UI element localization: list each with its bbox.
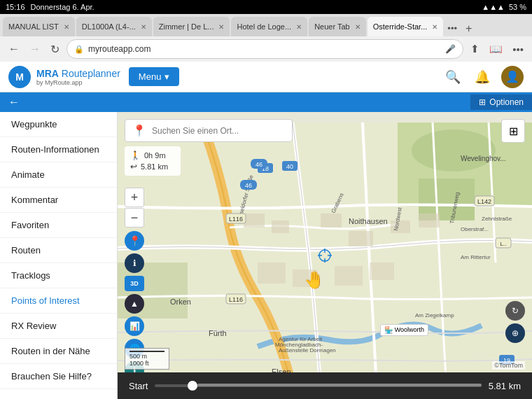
sidebar-item-routen-naehe[interactable]: Routen in der Nähe bbox=[0, 339, 117, 364]
tab-6-label: Osterride-Star... bbox=[373, 22, 428, 31]
share-button[interactable]: ⬆ bbox=[468, 41, 482, 57]
svg-rect-12 bbox=[293, 270, 317, 287]
sidebar-item-routen-informationen[interactable]: Routen-Informationen bbox=[0, 137, 117, 162]
slider-track bbox=[197, 384, 482, 386]
menu-chevron-icon: ▾ bbox=[164, 71, 169, 82]
navigate-up-button[interactable]: ▲ bbox=[125, 294, 144, 314]
browser-tab-6[interactable]: Osterride-Star... ✕ bbox=[368, 17, 444, 36]
options-icon: ⊞ bbox=[479, 97, 486, 107]
sidebar-item-hilfe[interactable]: Brauchen Sie Hilfe? bbox=[0, 364, 117, 389]
sidebar: Wegpunkte Routen-Informationen Animate K… bbox=[0, 112, 118, 399]
map-controls: 📍 🚶 0h 9m ↩ 5.81 km bbox=[125, 119, 525, 176]
forward-button[interactable]: → bbox=[27, 41, 43, 57]
woolworth-marker: 🏪 Woolworth bbox=[380, 324, 428, 336]
browser-tab-1[interactable]: MANUAL LIST ✕ bbox=[3, 17, 75, 36]
route-time: 0h 9m bbox=[144, 151, 166, 160]
svg-text:46: 46 bbox=[245, 182, 252, 189]
svg-rect-13 bbox=[335, 266, 363, 286]
browser-tabs: MANUAL LIST ✕ DL1000A (L4-... ✕ Zimmer |… bbox=[0, 14, 532, 36]
svg-rect-10 bbox=[419, 214, 440, 227]
avatar[interactable]: 👤 bbox=[501, 66, 524, 88]
tab-2-label: DL1000A (L4-... bbox=[82, 22, 136, 31]
three-dots: ••• bbox=[444, 20, 460, 36]
svg-rect-11 bbox=[258, 262, 286, 284]
sidebar-item-animate[interactable]: Animate bbox=[0, 162, 117, 188]
svg-rect-5 bbox=[244, 214, 265, 227]
tab-2-close[interactable]: ✕ bbox=[141, 23, 146, 31]
tab-3-label: Zimmer | De L... bbox=[159, 22, 214, 31]
new-tab-button[interactable]: + bbox=[461, 21, 476, 36]
tab-5-close[interactable]: ✕ bbox=[355, 23, 360, 31]
tab-3-close[interactable]: ✕ bbox=[218, 23, 224, 31]
route-slider[interactable] bbox=[155, 384, 481, 387]
scroll-up-button[interactable]: ↻ bbox=[505, 301, 525, 321]
threed-button[interactable]: 3D bbox=[125, 276, 144, 291]
blue-bar-back-button[interactable]: ← bbox=[0, 92, 28, 112]
route-slider-handle[interactable] bbox=[188, 381, 197, 391]
options-label: Optionen bbox=[489, 97, 524, 107]
browser-tab-5[interactable]: Neuer Tab ✕ bbox=[309, 17, 366, 36]
notification-bell-button[interactable]: 🔔 bbox=[472, 66, 493, 88]
tab-1-label: MANUAL LIST bbox=[8, 22, 59, 31]
sidebar-item-wegpunkte[interactable]: Wegpunkte bbox=[0, 112, 117, 137]
svg-text:Außenstelle Dormagen: Außenstelle Dormagen bbox=[279, 347, 336, 354]
logo-icon: M bbox=[8, 66, 31, 88]
browser-tab-3[interactable]: Zimmer | De L... ✕ bbox=[153, 17, 230, 36]
route-km: 5.81 km bbox=[141, 162, 168, 171]
scroll-down-button[interactable]: ⊕ bbox=[505, 323, 525, 343]
tab-4-close[interactable]: ✕ bbox=[296, 23, 302, 31]
map-area[interactable]: Düsseldorfer Straße Grabens Nordwest Tri… bbox=[118, 112, 532, 399]
sidebar-item-routen[interactable]: Routen bbox=[0, 238, 117, 263]
logo-text-abbrev: M bbox=[15, 71, 24, 83]
search-pin-icon: 📍 bbox=[132, 124, 146, 137]
svg-text:L116: L116 bbox=[229, 216, 243, 223]
scale-line bbox=[130, 351, 164, 352]
tomtom-credit: ©TomTom bbox=[492, 361, 525, 370]
sidebar-item-tracklogs[interactable]: Tracklogs bbox=[0, 263, 117, 288]
options-button[interactable]: ⊞ Optionen bbox=[470, 94, 532, 110]
layers-button[interactable]: ⊞ bbox=[501, 119, 525, 143]
search-bar-container[interactable]: 📍 bbox=[125, 119, 293, 142]
tab-6-close[interactable]: ✕ bbox=[432, 23, 438, 31]
chart-button[interactable]: 📊 bbox=[125, 316, 144, 336]
sidebar-item-favoriten[interactable]: Favoriten bbox=[0, 213, 117, 238]
zoom-controls: + − bbox=[125, 188, 144, 227]
more-button[interactable]: ••• bbox=[510, 42, 526, 57]
poi-marker-button[interactable]: 📍 bbox=[125, 231, 144, 251]
browser-tab-2[interactable]: DL1000A (L4-... ✕ bbox=[76, 17, 152, 36]
bookmarks-button[interactable]: 📖 bbox=[486, 41, 505, 57]
search-icon-button[interactable]: 🔍 bbox=[442, 66, 463, 88]
reload-button[interactable]: ↻ bbox=[48, 41, 62, 57]
right-controls: ⊞ bbox=[501, 119, 525, 143]
route-info-panel: 🚶 0h 9m ↩ 5.81 km bbox=[125, 146, 181, 176]
tab-5-label: Neuer Tab bbox=[314, 22, 350, 31]
zoom-in-button[interactable]: + bbox=[125, 188, 144, 207]
logo-text: MRA Routeplanner by MyRoute.app bbox=[36, 68, 120, 86]
sidebar-item-kommentar[interactable]: Kommentar bbox=[0, 188, 117, 213]
info-marker-button[interactable]: ℹ bbox=[125, 253, 144, 273]
lock-icon: 🔒 bbox=[74, 45, 84, 54]
app-header: M MRA Routeplanner by MyRoute.app Menu ▾… bbox=[0, 62, 532, 92]
layers-icon: ⊞ bbox=[509, 125, 518, 138]
menu-button[interactable]: Menu ▾ bbox=[129, 67, 180, 86]
tab-4-label: Hotel de Loge... bbox=[237, 22, 291, 31]
zoom-out-button[interactable]: − bbox=[125, 208, 144, 227]
back-button[interactable]: ← bbox=[6, 41, 22, 57]
svg-text:Am Ziegelkamp: Am Ziegelkamp bbox=[415, 312, 454, 318]
back-arrow-icon: ← bbox=[8, 96, 20, 108]
url-text: myrouteapp.com bbox=[88, 44, 441, 54]
main-content: Wegpunkte Routen-Informationen Animate K… bbox=[0, 112, 532, 399]
tab-1-close[interactable]: ✕ bbox=[64, 23, 69, 31]
browser-tab-4[interactable]: Hotel de Loge... ✕ bbox=[231, 17, 307, 36]
status-bar: 15:16 Donnerstag 6. Apr. ▲▲▲ 53 % bbox=[0, 0, 532, 14]
sidebar-item-rx-review[interactable]: RX Review bbox=[0, 314, 117, 339]
battery: 53 % bbox=[509, 3, 526, 11]
address-bar[interactable]: 🔒 myrouteapp.com 🎤 bbox=[66, 39, 463, 59]
svg-rect-6 bbox=[272, 220, 289, 233]
sidebar-item-points-of-interest[interactable]: Points of Interest bbox=[0, 288, 117, 314]
svg-text:Fürth: Fürth bbox=[209, 329, 227, 337]
right-scroll-buttons: ↻ ⊕ bbox=[505, 301, 525, 343]
mic-icon: 🎤 bbox=[445, 44, 456, 54]
search-input[interactable] bbox=[152, 126, 285, 136]
blue-bar: ← ⊞ Optionen bbox=[0, 92, 532, 112]
